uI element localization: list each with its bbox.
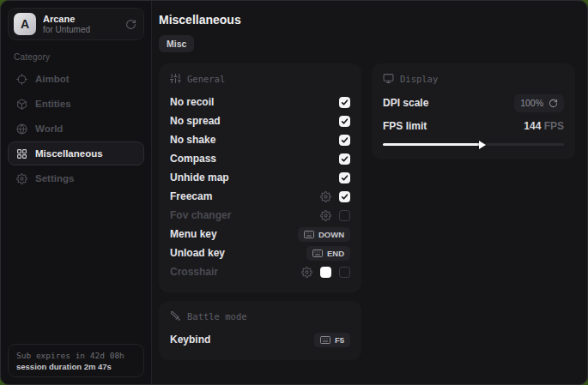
- app-name: Arcane: [43, 14, 90, 25]
- sidebar-item-settings[interactable]: Settings: [8, 166, 144, 190]
- setting-row: No recoil: [170, 93, 350, 111]
- gear-icon[interactable]: [320, 191, 331, 202]
- avatar: A: [14, 13, 36, 35]
- sidebar: A Arcane for Untumed Category AimbotEnti…: [1, 1, 152, 384]
- setting-label: Menu key: [170, 228, 217, 240]
- setting-label: Fov changer: [170, 209, 231, 221]
- app-subtitle: for Untumed: [43, 25, 90, 35]
- keybind-button[interactable]: F5: [314, 333, 350, 347]
- setting-label: Compass: [170, 153, 216, 165]
- setting-label: Crosshair: [170, 266, 218, 278]
- crosshair-icon: [16, 74, 27, 85]
- battle-mode-section: Battle mode KeybindF5: [159, 301, 361, 360]
- checkbox[interactable]: [339, 116, 350, 127]
- setting-label: Keybind: [170, 334, 210, 346]
- app-window: A Arcane for Untumed Category AimbotEnti…: [0, 0, 588, 385]
- reset-icon[interactable]: [549, 99, 558, 108]
- setting-row: Compass: [170, 149, 350, 168]
- checkbox[interactable]: [339, 153, 350, 165]
- keybind-button[interactable]: DOWN: [298, 227, 350, 242]
- globe-icon: [16, 123, 27, 135]
- setting-row: No shake: [170, 130, 350, 149]
- setting-row: Unhide map: [170, 168, 350, 187]
- display-section-title: Display: [400, 74, 438, 84]
- checkbox[interactable]: [339, 172, 350, 183]
- cube-icon: [16, 99, 27, 110]
- grid-icon: [16, 148, 27, 159]
- color-swatch[interactable]: [320, 267, 331, 278]
- sidebar-nav: AimbotEntitiesWorldMiscellaneousSettings: [8, 67, 144, 190]
- keybind-button[interactable]: END: [306, 246, 350, 261]
- monitor-icon: [383, 73, 394, 84]
- checkbox[interactable]: [339, 267, 350, 278]
- setting-row: Fov changer: [170, 206, 350, 225]
- keybind-value: END: [327, 249, 344, 258]
- slider-thumb[interactable]: [479, 141, 486, 149]
- setting-row: Unload keyEND: [170, 244, 350, 262]
- sidebar-item-label: Aimbot: [35, 74, 70, 84]
- setting-label: Unload key: [170, 247, 225, 259]
- sidebar-item-miscellaneous[interactable]: Miscellaneous: [8, 141, 144, 165]
- sub-expires-text: Sub expires in 42d 08h: [16, 351, 136, 360]
- setting-label: No shake: [170, 134, 215, 146]
- sidebar-item-aimbot[interactable]: Aimbot: [8, 67, 144, 91]
- checkbox[interactable]: [339, 210, 350, 221]
- fps-limit-label: FPS limit: [383, 120, 427, 132]
- keyboard-icon: [304, 231, 314, 238]
- keyboard-icon: [312, 250, 323, 257]
- subscription-info: Sub expires in 42d 08h session duration …: [8, 344, 144, 377]
- session-duration-text: session duration 2m 47s: [16, 362, 136, 371]
- main-content: Miscellaneous Misc General No recoilNo s…: [152, 1, 588, 384]
- keybind-value: F5: [335, 335, 344, 345]
- sidebar-item-label: Settings: [35, 173, 74, 183]
- fps-limit-value: 144: [524, 120, 541, 132]
- fps-limit-unit: FPS: [544, 120, 564, 132]
- dpi-scale-input[interactable]: 100%: [514, 94, 564, 112]
- setting-label: Unhide map: [170, 171, 229, 183]
- dpi-scale-label: DPI scale: [383, 97, 428, 109]
- fps-limit-slider[interactable]: [383, 140, 564, 148]
- keybind-value: DOWN: [318, 230, 344, 239]
- gear-icon[interactable]: [320, 210, 331, 221]
- sidebar-item-label: Miscellaneous: [35, 148, 103, 159]
- setting-row: No spread: [170, 111, 350, 130]
- checkbox[interactable]: [339, 191, 350, 202]
- gear-icon[interactable]: [301, 267, 312, 278]
- profile-card[interactable]: A Arcane for Untumed: [8, 8, 144, 40]
- setting-row: Freecam: [170, 187, 350, 206]
- swords-icon: [170, 310, 181, 322]
- keyboard-icon: [320, 336, 330, 344]
- dpi-scale-value: 100%: [520, 98, 543, 108]
- setting-label: Freecam: [170, 190, 212, 202]
- setting-row: Crosshair: [170, 262, 350, 281]
- tab-misc[interactable]: Misc: [159, 35, 194, 52]
- slider-fill: [383, 143, 482, 146]
- setting-label: No spread: [170, 115, 221, 127]
- gear-icon: [16, 173, 27, 184]
- checkbox[interactable]: [339, 97, 350, 108]
- sidebar-item-label: World: [35, 123, 63, 134]
- setting-label: No recoil: [170, 96, 214, 108]
- setting-row: Menu keyDOWN: [170, 225, 350, 244]
- sidebar-item-entities[interactable]: Entities: [8, 92, 144, 116]
- general-section-title: General: [187, 74, 225, 84]
- sliders-icon: [170, 73, 181, 84]
- setting-row: KeybindF5: [170, 330, 350, 349]
- page-title: Miscellaneous: [159, 13, 575, 27]
- sidebar-item-world[interactable]: World: [8, 117, 144, 141]
- display-section: Display DPI scale 100% FPS limit: [372, 63, 575, 159]
- general-section: General No recoilNo spreadNo shakeCompas…: [159, 63, 361, 292]
- refresh-icon[interactable]: [125, 19, 136, 30]
- category-label: Category: [14, 52, 144, 62]
- checkbox[interactable]: [339, 135, 350, 146]
- sidebar-item-label: Entities: [35, 99, 71, 109]
- battle-mode-section-title: Battle mode: [187, 311, 247, 322]
